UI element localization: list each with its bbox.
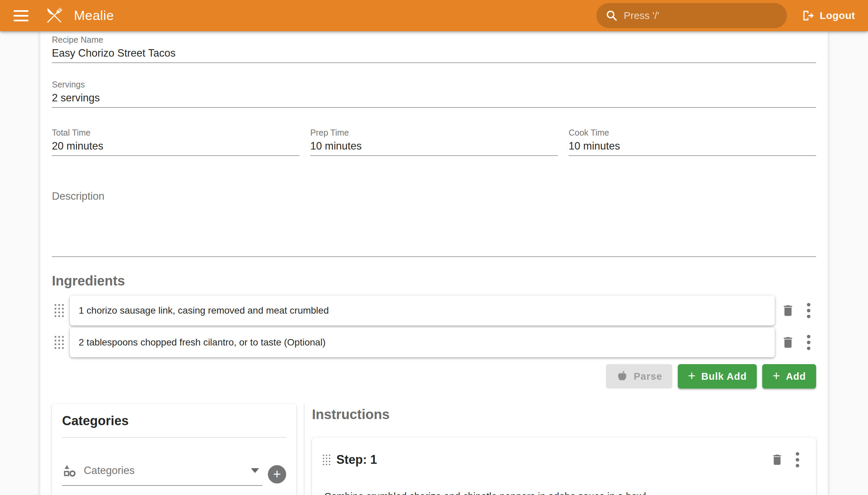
- recipe-name-field: Recipe Name: [52, 34, 816, 63]
- times-row: Total Time Prep Time Cook Time: [52, 127, 816, 156]
- shapes-icon: [62, 463, 78, 478]
- ingredient-input[interactable]: [79, 337, 766, 348]
- categories-select-placeholder: Categories: [84, 464, 251, 477]
- categories-select-row: Categories +: [62, 463, 286, 486]
- recipe-name-label: Recipe Name: [52, 34, 816, 46]
- ingredients-list: [52, 296, 816, 357]
- search-icon: [605, 9, 618, 22]
- search-input[interactable]: Press '/': [596, 3, 787, 28]
- ingredient-row: [52, 327, 816, 357]
- step-menu-button[interactable]: [789, 451, 806, 468]
- plus-icon: +: [273, 467, 281, 481]
- logout-button[interactable]: Logout: [801, 9, 855, 22]
- ingredient-card: [70, 296, 775, 325]
- ingredient-card: [70, 327, 775, 357]
- search-placeholder: Press '/': [624, 10, 659, 21]
- delete-step-button[interactable]: [765, 452, 789, 467]
- bulk-add-button[interactable]: + Bulk Add: [678, 364, 757, 389]
- ingredient-menu-button[interactable]: [801, 334, 816, 351]
- kebab-menu-icon: [806, 334, 811, 351]
- divider: [62, 437, 286, 438]
- plus-icon: +: [772, 369, 780, 382]
- drag-handle-icon[interactable]: [55, 304, 64, 317]
- ingredient-input[interactable]: [79, 305, 766, 316]
- parse-label: Parse: [634, 371, 662, 382]
- ingredients-actions: Parse + Bulk Add + Add: [52, 364, 816, 389]
- categories-title: Categories: [62, 414, 286, 428]
- app-title: Mealie: [74, 8, 114, 23]
- logout-label: Logout: [819, 10, 855, 21]
- prep-time-field: Prep Time: [310, 127, 558, 156]
- plus-icon: +: [688, 369, 696, 382]
- categories-select[interactable]: Categories: [62, 463, 262, 486]
- categories-column: Categories Categories +: [52, 404, 305, 495]
- servings-input[interactable]: [52, 90, 816, 106]
- app-bar: Mealie Press '/' Logout: [0, 0, 868, 31]
- servings-field: Servings: [52, 79, 816, 108]
- prep-time-input[interactable]: [310, 138, 558, 154]
- chevron-down-icon: [251, 468, 259, 473]
- step-title: Step: 1: [336, 453, 377, 467]
- step-text[interactable]: Combine crumbled chorizo and chipotle pe…: [324, 490, 806, 495]
- total-time-field: Total Time: [52, 127, 300, 156]
- mealie-utensils-logo-icon: [43, 4, 66, 27]
- total-time-input[interactable]: [52, 138, 300, 154]
- cook-time-field: Cook Time: [568, 127, 816, 156]
- categories-card: Categories Categories +: [52, 404, 296, 495]
- cook-time-input[interactable]: [568, 138, 816, 154]
- trash-icon: [770, 452, 784, 467]
- description-field: [52, 189, 816, 257]
- logout-icon: [801, 9, 814, 22]
- add-label: Add: [786, 371, 806, 382]
- apple-icon: [616, 370, 628, 382]
- trash-icon: [781, 303, 795, 318]
- ingredients-heading: Ingredients: [52, 273, 816, 289]
- ingredient-row: [52, 296, 816, 325]
- add-ingredient-button[interactable]: + Add: [762, 364, 816, 389]
- delete-ingredient-button[interactable]: [775, 335, 801, 350]
- parse-button[interactable]: Parse: [606, 364, 673, 389]
- bottom-section: Categories Categories +: [52, 404, 816, 495]
- step-header: Step: 1: [319, 451, 806, 468]
- kebab-menu-icon: [806, 302, 811, 319]
- recipe-editor-sheet: Recipe Name Servings Total Time Prep Tim…: [40, 31, 828, 495]
- delete-ingredient-button[interactable]: [775, 303, 801, 318]
- description-textarea[interactable]: [52, 189, 816, 256]
- bulk-add-label: Bulk Add: [701, 371, 747, 382]
- drag-handle-icon[interactable]: [55, 336, 64, 349]
- recipe-name-input[interactable]: [52, 46, 816, 61]
- add-category-button[interactable]: +: [268, 465, 286, 483]
- total-time-label: Total Time: [52, 127, 300, 138]
- servings-label: Servings: [52, 79, 816, 90]
- drag-handle-icon[interactable]: [323, 455, 330, 465]
- instructions-column: Instructions Step: 1: [305, 404, 816, 495]
- instruction-step-card: Step: 1 Combine crumbled chorizo and chi…: [312, 437, 816, 495]
- ingredient-menu-button[interactable]: [801, 302, 816, 319]
- instructions-heading: Instructions: [312, 406, 816, 423]
- kebab-menu-icon: [795, 451, 800, 468]
- trash-icon: [781, 335, 795, 350]
- cook-time-label: Cook Time: [568, 127, 816, 138]
- prep-time-label: Prep Time: [310, 127, 558, 138]
- hamburger-menu-icon[interactable]: [14, 7, 31, 24]
